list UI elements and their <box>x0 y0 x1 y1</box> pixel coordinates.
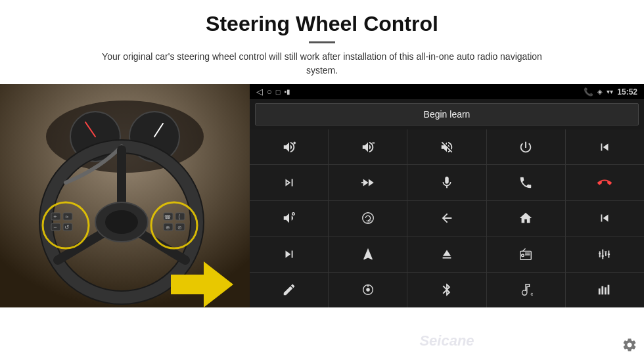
controls-grid: 360° <box>250 129 644 307</box>
status-bar-left: ◁ ○ □ ▪▮ <box>256 87 290 97</box>
horn-button[interactable] <box>250 201 328 236</box>
radio-button[interactable] <box>487 236 565 271</box>
home-nav-button[interactable] <box>487 201 565 236</box>
fast-forward-button[interactable] <box>329 165 407 200</box>
eq-button[interactable] <box>566 236 644 271</box>
next-button[interactable] <box>250 165 328 200</box>
svg-rect-56 <box>599 288 601 294</box>
svg-point-41 <box>522 254 524 257</box>
svg-text:⊕: ⊕ <box>166 225 170 231</box>
vol-up-button[interactable] <box>250 129 328 164</box>
back-icon[interactable]: ◁ <box>256 87 263 97</box>
svg-point-13 <box>105 210 138 234</box>
android-panel: ◁ ○ □ ▪▮ 📞 ◈ ▾▾ 15:52 Begin learn <box>250 84 644 307</box>
bluetooth-button[interactable] <box>407 273 486 307</box>
svg-rect-51 <box>608 254 610 255</box>
edit-button[interactable] <box>250 273 328 307</box>
navigate-button[interactable] <box>329 236 407 271</box>
svg-text:360°: 360° <box>366 221 373 224</box>
battery-icon: ▪▮ <box>285 88 291 95</box>
steering-wheel-panel: + ≈ − ↺ ☎ ⟨ ⊕ ⊘ <box>0 84 250 307</box>
svg-text:☎: ☎ <box>164 214 171 220</box>
svg-text:⟨: ⟨ <box>178 214 181 220</box>
skip-forward-button[interactable] <box>250 236 328 271</box>
music-button[interactable]: ⚙ <box>487 273 565 307</box>
time-display: 15:52 <box>617 87 637 97</box>
steering-wheel-svg: + ≈ − ↺ ☎ ⟨ ⊕ ⊘ <box>0 84 250 307</box>
svg-text:⚙: ⚙ <box>531 292 534 296</box>
mic-button[interactable] <box>407 165 486 200</box>
page-subtitle: Your original car's steering wheel contr… <box>92 50 552 78</box>
location-icon: ◈ <box>597 88 603 95</box>
svg-text:−: − <box>53 224 57 231</box>
status-bar-right: 📞 ◈ ▾▾ 15:52 <box>584 87 637 97</box>
svg-rect-50 <box>605 251 607 252</box>
power-button[interactable] <box>487 129 565 164</box>
android-status-bar: ◁ ○ □ ▪▮ 📞 ◈ ▾▾ 15:52 <box>250 84 644 99</box>
android-panel-wrapper: ◁ ○ □ ▪▮ 📞 ◈ ▾▾ 15:52 Begin learn <box>250 84 644 360</box>
begin-learn-row: Begin learn <box>250 99 644 129</box>
back-nav-button[interactable] <box>407 201 486 236</box>
svg-rect-48 <box>599 253 601 254</box>
eject-button[interactable] <box>407 236 486 271</box>
prev-track-button[interactable] <box>566 129 644 164</box>
content-row: + ≈ − ↺ ☎ ⟨ ⊕ ⊘ <box>0 84 644 360</box>
svg-text:≈: ≈ <box>66 214 69 220</box>
begin-learn-button[interactable]: Begin learn <box>255 103 639 125</box>
phone-button[interactable] <box>487 165 565 200</box>
title-divider <box>309 41 335 43</box>
svg-point-37 <box>292 213 294 215</box>
seicane-watermark: Seicane <box>419 332 474 349</box>
page-wrapper: Steering Wheel Control Your original car… <box>0 0 644 360</box>
skip-back-button[interactable] <box>566 201 644 236</box>
hang-up-button[interactable] <box>566 165 644 200</box>
svg-point-53 <box>366 288 370 292</box>
wifi-icon: ▾▾ <box>607 88 613 95</box>
home-circle-icon[interactable]: ○ <box>267 87 272 97</box>
phone-status-icon: 📞 <box>584 87 593 97</box>
settings-knob-button[interactable] <box>329 273 407 307</box>
svg-rect-58 <box>605 288 607 295</box>
recents-icon[interactable]: □ <box>276 88 281 96</box>
svg-rect-59 <box>608 285 610 295</box>
vol-down-button[interactable] <box>329 129 407 164</box>
360-button[interactable]: 360° <box>329 201 407 236</box>
svg-text:+: + <box>53 214 57 220</box>
mute-button[interactable] <box>407 129 486 164</box>
svg-rect-57 <box>602 286 604 295</box>
svg-rect-49 <box>602 256 605 257</box>
page-title: Steering Wheel Control <box>39 12 605 36</box>
sound-bars-button[interactable] <box>566 273 644 307</box>
svg-text:⊘: ⊘ <box>177 225 182 231</box>
gear-icon[interactable] <box>622 337 637 356</box>
header-section: Steering Wheel Control Your original car… <box>0 0 644 84</box>
svg-text:↺: ↺ <box>64 224 70 231</box>
